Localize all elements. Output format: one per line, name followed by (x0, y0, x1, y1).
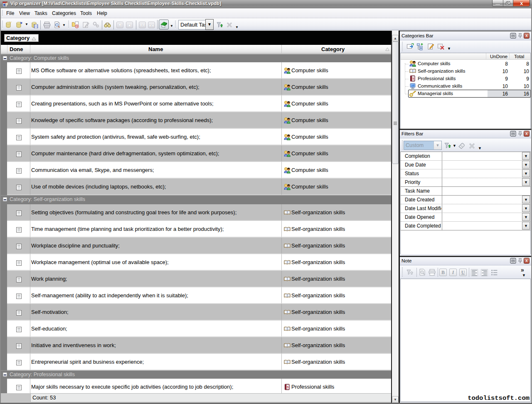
svg-text:5: 5 (287, 386, 288, 389)
svg-text:5: 5 (412, 77, 414, 80)
